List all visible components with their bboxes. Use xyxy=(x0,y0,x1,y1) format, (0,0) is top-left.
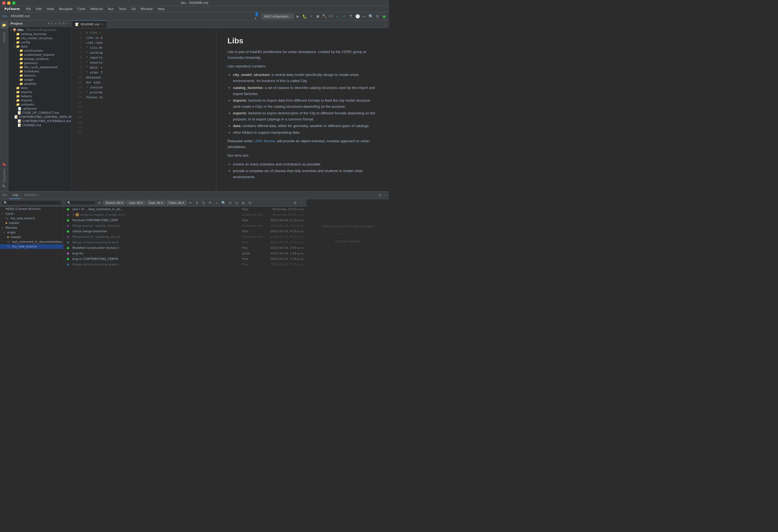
tree-helpers[interactable]: › 📁 helpers xyxy=(8,94,72,98)
rebase-icon[interactable]: ⊘ xyxy=(234,200,240,206)
menu-git[interactable]: Git xyxy=(129,7,138,11)
tree-weather[interactable]: › 📁 weather xyxy=(8,82,72,86)
tree-life-cycle[interactable]: › 📁 life_cycle_assessment xyxy=(8,65,72,69)
refresh2-icon[interactable]: ⟳ xyxy=(187,200,193,206)
app-name[interactable]: PyCharm xyxy=(2,7,22,11)
menu-file[interactable]: File xyxy=(24,7,33,11)
tab-readme[interactable]: 📝 README.md ✕ xyxy=(72,20,107,28)
menu-help[interactable]: Help xyxy=(156,7,167,11)
add-configuration-button[interactable]: Add Configuration... xyxy=(261,14,294,19)
git-check-icon[interactable]: ✓ xyxy=(335,13,340,19)
activity-project[interactable]: 📁 xyxy=(1,21,8,29)
tab-close-icon[interactable]: ✕ xyxy=(101,23,103,26)
theme-icon[interactable]: ◉ xyxy=(381,13,387,19)
git-remote[interactable]: ▾ Remote xyxy=(0,225,63,230)
editor-settings-icon[interactable]: ⋮ xyxy=(382,21,388,27)
close-button[interactable] xyxy=(2,1,6,5)
git-last-comment[interactable]: ⌥ last_comment_in_documentation xyxy=(0,239,63,244)
sort-icon[interactable]: ⇅ xyxy=(201,200,206,206)
more-icon[interactable]: » xyxy=(214,200,220,206)
commit-row[interactable]: check merge branches Pilar 2022-04-19, 4… xyxy=(64,229,306,234)
git-revert-icon[interactable]: ↩ xyxy=(361,13,367,19)
tree-gitignore[interactable]: 📄 .gitignore xyxy=(8,106,72,111)
tree-sensors[interactable]: › 📁 sensors xyxy=(8,73,72,78)
minimize-panel-icon[interactable]: — xyxy=(383,193,387,197)
menu-refactor[interactable]: Refactor xyxy=(88,7,105,11)
tab-log[interactable]: Log xyxy=(10,192,21,199)
project-dropdown[interactable]: ▾ xyxy=(48,22,50,25)
git-master[interactable]: ★ master xyxy=(0,221,63,225)
tree-contributing-externals[interactable]: 📝 CONTRIBUTING_EXTERNALS.md xyxy=(8,119,72,123)
tree-catalog-factories[interactable]: › 📁 catalog_factories xyxy=(8,32,72,36)
activity-commit[interactable]: Commit xyxy=(1,29,8,46)
eye-icon[interactable]: 👁 xyxy=(208,200,213,206)
git-history-icon[interactable]: 🕐 xyxy=(355,13,360,19)
commit-row[interactable]: Merge branch 'update_docume Guillermo Gu… xyxy=(64,223,306,229)
settings-icon[interactable]: ⚙ xyxy=(375,13,380,19)
filetree-close-icon[interactable]: — xyxy=(66,21,69,25)
run-icon[interactable]: ▶ xyxy=(295,13,301,19)
commit-row[interactable]: bug in CONTRIBUTING_CENTR Pilar 2022-04-… xyxy=(64,256,306,262)
filetree-locate-icon[interactable]: ⊙ xyxy=(50,21,53,25)
tab-console[interactable]: Console ✕ xyxy=(21,192,42,199)
breadcrumb-readme[interactable]: README.md xyxy=(11,14,29,18)
menu-window[interactable]: Window xyxy=(138,7,155,11)
branch-filter[interactable]: Branch: All ▾ xyxy=(103,201,126,205)
git-log-search[interactable] xyxy=(65,201,96,205)
maximize-button[interactable] xyxy=(12,1,15,5)
menu-tools[interactable]: Tools xyxy=(116,7,129,11)
tree-code-of-conduct[interactable]: 📝 CODE_OF_CONDUCT.md xyxy=(8,111,72,115)
tree-root[interactable]: ▾ 📦 libs ~/PycharmProjects/libs xyxy=(8,28,72,32)
commit-row[interactable]: Merge remote-tracking branch Pilar 2022-… xyxy=(64,240,306,245)
filetree-expand-icon[interactable]: ≡ xyxy=(54,21,57,25)
console-tab-close[interactable]: ✕ xyxy=(37,194,40,197)
code-content[interactable]: # Libs ✓ Libs is p Libs repo * city_mo *… xyxy=(83,28,216,191)
tree-imports[interactable]: › 📁 imports xyxy=(8,98,72,102)
tree-usage[interactable]: › 📁 usage xyxy=(8,78,72,82)
build-icon[interactable]: 🔨 xyxy=(322,13,327,19)
sort-down-icon[interactable]: ⬇ xyxy=(194,200,200,206)
activity-bookmarks[interactable]: 🔖 xyxy=(1,161,8,168)
tree-greenery[interactable]: › 📁 greenery xyxy=(8,61,72,65)
profile-icon[interactable]: ⚡ xyxy=(308,13,314,19)
git-search-input[interactable] xyxy=(2,200,62,205)
commit-row[interactable]: one r 🏷 .../last_comment_in_do... Pilar … xyxy=(64,207,306,212)
stop-icon[interactable]: ⏹ xyxy=(315,13,320,19)
git-origin-my-new-branch[interactable]: ⌥ my_new_branch xyxy=(0,244,63,249)
tree-docs[interactable]: › 📁 docs xyxy=(8,86,72,90)
tree-customized-imports[interactable]: › 📁 customized_imports xyxy=(8,53,72,57)
tree-city-model[interactable]: › 📁 city_model_structure xyxy=(8,36,72,40)
cherry-pick-icon[interactable]: ⊕ xyxy=(227,200,233,206)
git-my-new-branch[interactable]: ⌥ my_new_branch xyxy=(0,216,63,221)
menu-view[interactable]: View xyxy=(45,7,56,11)
tree-exports[interactable]: › 📁 exports xyxy=(8,90,72,94)
menu-navigate[interactable]: Navigate xyxy=(57,7,75,11)
filetree-settings-icon[interactable]: ⚙ xyxy=(62,21,65,25)
commit-row[interactable]: Merge remote-tracking branch Pilar 2022-… xyxy=(64,262,306,266)
commit-row[interactable]: 🏷🔀 origin & master 🏷 origin & m Guillerm… xyxy=(64,212,306,218)
search2-icon[interactable]: 🔍 xyxy=(221,200,226,206)
git-local[interactable]: ▾ Local xyxy=(0,211,63,216)
gear-icon[interactable]: ⚙ xyxy=(378,193,382,197)
user-icon[interactable]: 👤▾ xyxy=(254,13,260,19)
git-check2-icon[interactable]: ✓ xyxy=(341,13,347,19)
lgpl-link[interactable]: LGPL license xyxy=(254,139,275,143)
more2-icon[interactable]: ⋮ xyxy=(299,200,304,206)
expand-icon[interactable]: ⇅ xyxy=(292,200,298,206)
commit-row[interactable]: Modified construction factory t Pilar 20… xyxy=(64,245,306,251)
branch-icon-btn[interactable]: ⊟ xyxy=(247,200,253,206)
user-filter[interactable]: User: All ▾ xyxy=(127,201,145,205)
minimize-button[interactable] xyxy=(7,1,10,5)
tree-unittests[interactable]: › 📁 unittests xyxy=(8,102,72,106)
git-push-icon[interactable]: ↑ xyxy=(348,13,354,19)
filetree-collapse-icon[interactable]: ⇅ xyxy=(58,21,61,25)
commit-row[interactable]: Merge branch 'updating_docum Guillermo G… xyxy=(64,234,306,240)
commit-row[interactable]: finished CONTRIBUTING_CENT Pilar 2022-04… xyxy=(64,218,306,223)
menu-code[interactable]: Code xyxy=(75,7,88,11)
tree-contributing-central[interactable]: 📝 CONTRIBUTING_CENTRAL_DATA_MODEL.md xyxy=(8,115,72,119)
debug-icon[interactable]: 🐛 xyxy=(302,13,307,19)
tree-schedules[interactable]: › 📁 schedules xyxy=(8,69,72,73)
tree-license[interactable]: 📝 LICENSE.md xyxy=(8,123,72,127)
activity-structure[interactable]: Structure xyxy=(1,168,8,182)
git-origin-master[interactable]: ★ master xyxy=(0,235,63,239)
